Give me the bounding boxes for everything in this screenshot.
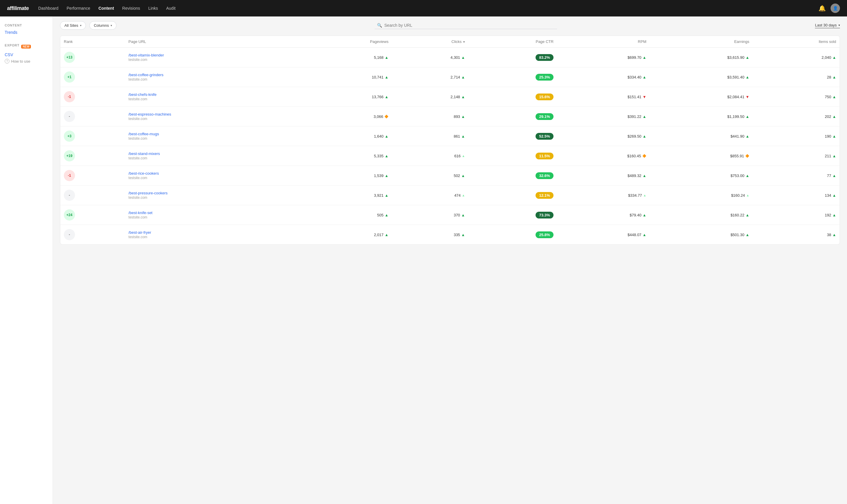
nav-performance[interactable]: Performance — [67, 6, 90, 11]
ctr-pill: 29.1% — [536, 113, 554, 120]
url-cell: /best-knife-set testsite.com — [125, 205, 302, 225]
rank-badge: - — [64, 111, 75, 122]
nav-revisions[interactable]: Revisions — [122, 6, 140, 11]
ctr-pill: 83.2% — [536, 54, 554, 61]
url-site: testsite.com — [128, 97, 147, 101]
pageviews-cell: 505 ▲ — [302, 205, 392, 225]
pageviews-value: 1,640 — [374, 134, 383, 139]
nav-content[interactable]: Content — [98, 6, 114, 11]
rank-badge: - — [64, 229, 75, 240]
sidebar-content-label: CONTENT — [5, 23, 48, 27]
trend-up-icon: ▲ — [832, 154, 836, 158]
items-sold-value: 750 — [825, 95, 831, 99]
notification-bell-icon[interactable]: 🔔 — [818, 5, 826, 12]
rpm-value: $269.50 — [628, 134, 642, 139]
earnings-value: $3,591.40 — [727, 75, 744, 79]
pageviews-cell: 5,168 ▲ — [302, 48, 392, 67]
avatar[interactable]: 👤 — [831, 3, 840, 13]
trend-up-icon: ▲ — [385, 213, 389, 217]
rpm-value: $334.77 — [628, 193, 642, 198]
page-url-link[interactable]: /best-knife-set — [128, 211, 298, 215]
ctr-cell: 25.3% — [468, 67, 557, 87]
sidebar-item-csv[interactable]: CSV — [5, 52, 48, 58]
page-url-link[interactable]: /best-coffee-grinders — [128, 73, 298, 77]
sidebar-export-label: EXPORT — [5, 43, 19, 47]
trend-up-icon: ▲ — [643, 75, 646, 79]
sidebar: CONTENT Trends EXPORT NEW CSV ? How to u… — [0, 16, 53, 504]
page-url-link[interactable]: /best-pressure-cookers — [128, 191, 298, 195]
nav-audit[interactable]: Audit — [166, 6, 176, 11]
search-input[interactable] — [384, 23, 555, 28]
table-header-row: Rank Page URL Pageviews Clicks ▾ Page CT… — [60, 36, 840, 48]
columns-dropdown[interactable]: Columns ▾ — [89, 21, 116, 30]
sidebar-how-to[interactable]: ? How to use — [5, 59, 48, 64]
items-sold-cell: 2,040 ▲ — [753, 48, 840, 67]
trend-up-icon: ▲ — [832, 193, 836, 198]
table-row: - /best-pressure-cookers testsite.com 3,… — [60, 185, 840, 205]
earnings-value: $3,615.90 — [727, 55, 744, 60]
table-row: +13 /best-vitamix-blender testsite.com 5… — [60, 48, 840, 67]
trend-up-icon: ▲ — [385, 174, 389, 178]
trend-up-icon: ▲ — [832, 55, 836, 60]
clicks-cell: 893 ▲ — [392, 107, 468, 126]
rpm-value: $448.07 — [628, 233, 642, 237]
sidebar-item-trends[interactable]: Trends — [5, 30, 48, 35]
earnings-value: $753.00 — [731, 174, 744, 178]
clicks-cell: 861 ▲ — [392, 126, 468, 146]
ctr-cell: 12.1% — [468, 185, 557, 205]
rank-badge: +13 — [64, 52, 75, 63]
trend-up-icon: ▲ — [745, 174, 749, 178]
question-icon: ? — [5, 59, 10, 64]
page-url-link[interactable]: /best-air-fryer — [128, 230, 298, 235]
col-clicks[interactable]: Clicks ▾ — [392, 36, 468, 48]
rank-cell: +13 — [60, 48, 125, 67]
ctr-cell: 15.6% — [468, 87, 557, 107]
earnings-cell: $441.90 ▲ — [650, 126, 753, 146]
pageviews-cell: 1,640 ▲ — [302, 126, 392, 146]
rank-cell: +24 — [60, 205, 125, 225]
logo[interactable]: affilimate — [7, 5, 29, 12]
clicks-value: 616 — [454, 154, 461, 158]
trend-up-icon: ▲ — [385, 95, 389, 99]
trend-up-icon: ▲ — [745, 134, 749, 139]
search-box[interactable]: 🔍 — [375, 22, 557, 29]
page-url-link[interactable]: /best-rice-cookers — [128, 171, 298, 176]
earnings-cell: $3,615.90 ▲ — [650, 48, 753, 67]
rpm-cell: $79.40 ▲ — [557, 205, 650, 225]
ctr-pill: 12.1% — [536, 192, 554, 199]
page-url-link[interactable]: /best-chefs-knife — [128, 92, 298, 97]
items-sold-value: 77 — [827, 174, 831, 178]
ctr-pill: 25.3% — [536, 74, 554, 80]
pageviews-value: 3,921 — [374, 193, 383, 198]
page-url-link[interactable]: /best-espresso-machines — [128, 112, 298, 116]
clicks-cell: 2,148 ▲ — [392, 87, 468, 107]
ctr-cell: 52.5% — [468, 126, 557, 146]
trend-flat2-icon: ▲ — [746, 194, 749, 197]
sidebar-export-section: EXPORT NEW CSV ? How to use — [5, 43, 48, 64]
nav-dashboard[interactable]: Dashboard — [38, 6, 58, 11]
trend-up-icon: ▲ — [385, 134, 389, 139]
trend-flat-icon: 🔶 — [384, 115, 389, 119]
col-rpm: RPM — [557, 36, 650, 48]
pageviews-cell: 5,335 ▲ — [302, 146, 392, 166]
items-sold-cell: 211 ▲ — [753, 146, 840, 166]
col-earnings: Earnings — [650, 36, 753, 48]
rank-cell: - — [60, 185, 125, 205]
page-url-link[interactable]: /best-coffee-mugs — [128, 132, 298, 136]
date-picker[interactable]: Last 30 days ▾ — [815, 23, 840, 28]
main-layout: CONTENT Trends EXPORT NEW CSV ? How to u… — [0, 16, 847, 504]
all-sites-dropdown[interactable]: All Sites ▾ — [60, 21, 86, 30]
pageviews-cell: 1,539 ▲ — [302, 166, 392, 185]
pageviews-cell: 3,066 🔶 — [302, 107, 392, 126]
clicks-value: 2,714 — [451, 75, 460, 79]
earnings-value: $501.30 — [731, 233, 744, 237]
page-url-link[interactable]: /best-vitamix-blender — [128, 53, 298, 57]
col-url: Page URL — [125, 36, 302, 48]
nav-links[interactable]: Links — [148, 6, 158, 11]
items-sold-cell: 190 ▲ — [753, 126, 840, 146]
search-icon: 🔍 — [377, 23, 382, 28]
rpm-cell: $699.70 ▲ — [557, 48, 650, 67]
trend-flat2-icon: ▲ — [643, 194, 646, 197]
rank-cell: +3 — [60, 126, 125, 146]
page-url-link[interactable]: /best-stand-mixers — [128, 151, 298, 156]
